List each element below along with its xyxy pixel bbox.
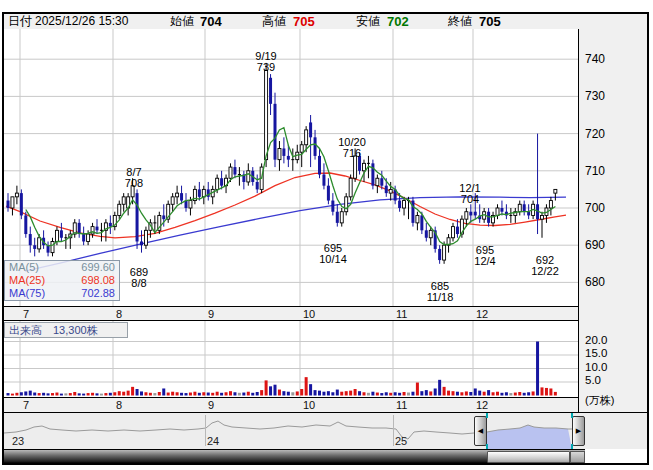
month-label: 11: [396, 399, 407, 411]
chart-annotation: 68511/18: [427, 281, 454, 303]
year-tick: [205, 415, 206, 446]
navigator-right-arrow-button[interactable]: ▶: [572, 416, 585, 446]
month-label: 8: [116, 399, 122, 411]
price-axis-tick: 700: [585, 201, 605, 215]
year-label: 23: [12, 435, 24, 447]
date-value: 2025/12/26 15:30: [35, 14, 128, 29]
high-label: 高値: [262, 14, 286, 29]
volume-axis-tick: 20.0: [585, 334, 607, 346]
chart-annotation: 8/7708: [125, 167, 143, 189]
ma25-label: MA(25): [9, 274, 45, 287]
left-arrow-icon: ◀: [478, 427, 483, 434]
price-axis-tick: 680: [585, 275, 605, 289]
volume-axis-tick: 5.0: [585, 374, 601, 386]
low-label: 安値: [356, 14, 380, 29]
price-axis-tick: 690: [585, 238, 605, 252]
chart-annotation: 10/20716: [338, 137, 366, 159]
open-label: 始値: [170, 14, 194, 29]
low-value: 702: [387, 14, 409, 29]
chart-annotation: 9/19739: [255, 51, 276, 73]
right-arrow-icon: ▶: [576, 427, 581, 434]
month-label: 9: [208, 308, 214, 320]
open-value: 704: [200, 14, 222, 29]
ma5-row: MA(5) 699.60: [5, 261, 119, 274]
scrollbar-thumb[interactable]: [487, 451, 570, 463]
year-label: 25: [395, 435, 407, 447]
price-axis-tick: 730: [585, 89, 605, 103]
month-label: 7: [23, 308, 29, 320]
ma75-row: MA(75) 702.88: [5, 287, 119, 300]
ma25-row: MA(25) 698.08: [5, 274, 119, 287]
high-value: 705: [293, 14, 315, 29]
month-label: 12: [476, 308, 488, 320]
close-label: 終値: [448, 14, 472, 29]
navigator-sparkline[interactable]: [4, 413, 578, 449]
date-label: 日付: [8, 14, 32, 29]
chart-annotation: 69212/22: [531, 255, 559, 277]
price-axis-tick: 740: [585, 52, 605, 66]
volume-label: 出来高 13,300株: [9, 324, 98, 336]
selection-edge-tick: [571, 413, 573, 418]
chart-annotation: 69512/4: [474, 245, 495, 267]
ma25-value: 698.08: [81, 274, 115, 287]
horizontal-scrollbar-track[interactable]: [4, 449, 585, 463]
chart-annotation: 12/1704: [459, 183, 480, 205]
month-label: 10: [303, 399, 315, 411]
ma-legend: MA(5) 699.60 MA(25) 698.08 MA(75) 702.88: [4, 260, 120, 301]
volume-axis-unit: (万株): [585, 393, 644, 408]
month-label: 9: [208, 399, 214, 411]
month-label: 10: [303, 308, 315, 320]
y-axis-panel: 74073072071070069068020.015.010.05.0(万株): [578, 29, 647, 412]
month-label: 7: [23, 399, 29, 411]
selection-edge-tick: [571, 444, 573, 449]
selection-edge-tick: [486, 413, 488, 418]
close-value: 705: [479, 14, 501, 29]
stock-chart-widget: 日付 2025/12/26 15:30 始値 704 高値 705 安値 702…: [2, 12, 649, 465]
volume-label-box: 出来高 13,300株: [4, 322, 128, 338]
range-navigator[interactable]: ◀ ▶ 232425: [4, 412, 647, 449]
selection-edge-tick: [486, 444, 488, 449]
quote-header: 日付 2025/12/26 15:30 始値 704 高値 705 安値 702…: [4, 14, 647, 30]
month-label: 11: [396, 308, 407, 320]
ma75-value: 702.88: [81, 287, 115, 300]
volume-x-axis: 789101112: [4, 397, 647, 412]
price-axis-tick: 710: [585, 164, 605, 178]
year-label: 24: [207, 435, 219, 447]
chart-annotation: 69510/14: [319, 243, 347, 265]
volume-axis-tick: 10.0: [585, 361, 607, 373]
month-label: 8: [116, 308, 122, 320]
volume-axis-tick: 15.0: [585, 347, 607, 359]
ma75-label: MA(75): [9, 287, 45, 300]
ma5-value: 699.60: [81, 261, 115, 274]
month-label: 12: [476, 399, 488, 411]
scrollbar-end-cap[interactable]: [570, 451, 585, 463]
year-tick: [393, 415, 394, 446]
price-x-axis: 789101112: [4, 306, 647, 320]
price-axis-tick: 720: [585, 127, 605, 141]
chart-annotation: 6898/8: [130, 267, 148, 289]
navigator-left-arrow-button[interactable]: ◀: [474, 416, 487, 446]
ma5-label: MA(5): [9, 261, 39, 274]
